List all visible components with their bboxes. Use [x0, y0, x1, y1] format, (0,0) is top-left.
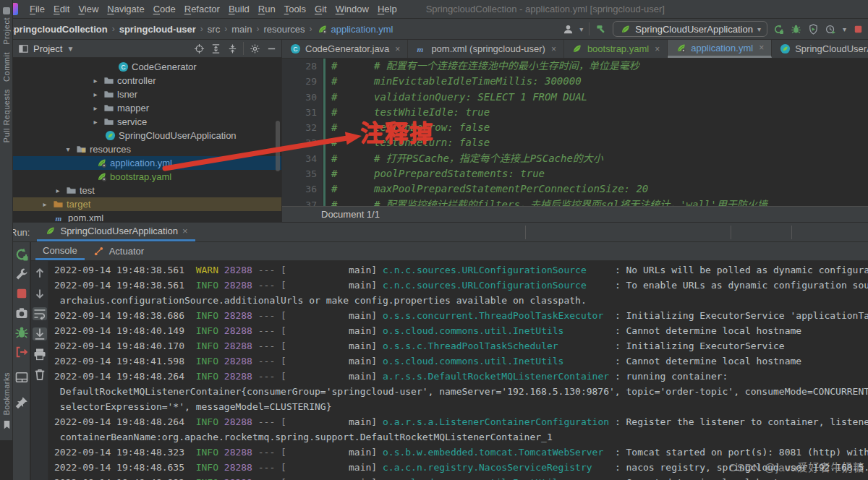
scroll-end-button[interactable]: [33, 327, 47, 340]
print-button[interactable]: [33, 348, 47, 361]
breadcrumb-springcloudcollection[interactable]: SpringcloudCollection: [7, 24, 108, 35]
tree-item-resources[interactable]: ▾resources: [13, 142, 281, 156]
log-separator: --- [: [252, 340, 286, 351]
folder-resources-icon: [75, 144, 87, 155]
log-logger: o.s.s.concurrent.ThreadPoolTaskExecutor: [383, 310, 615, 321]
menu-view[interactable]: View: [74, 4, 103, 14]
tree-item-target[interactable]: ▸target: [13, 197, 281, 211]
editor[interactable]: 28# # 配置有一个连接在连接池中的最小生存时间，单位是毫秒29# minEv…: [282, 59, 868, 206]
tree-item-service[interactable]: ▸service: [13, 115, 281, 129]
clear-button[interactable]: [33, 368, 47, 381]
panel-separator[interactable]: [731, 226, 731, 239]
up-button[interactable]: [33, 267, 47, 280]
run-icon[interactable]: [773, 23, 785, 35]
run-configuration-select[interactable]: SpringCloudUserApplication▾: [613, 21, 767, 37]
stop-button[interactable]: [14, 287, 29, 300]
tree-item-codegenerator[interactable]: CCodeGenerator: [13, 60, 281, 74]
menu-file[interactable]: File: [25, 4, 49, 14]
collapse-all-icon[interactable]: [226, 43, 238, 54]
tree-item-springclouduserapplication[interactable]: SpringCloudUserApplication: [13, 129, 281, 142]
close-icon[interactable]: ×: [182, 226, 188, 236]
tree-item-application-yml[interactable]: application.yml: [13, 156, 281, 170]
log-time: 2022-09-14 19:48:38.686: [54, 310, 196, 321]
run-session-tab[interactable]: SpringCloudUserApplication ×: [37, 223, 195, 241]
log-message: : Cannot determine local hostname: [615, 477, 801, 480]
line-number: 28: [282, 59, 317, 74]
scrollbar-thumb[interactable]: [276, 121, 280, 171]
panel-separator[interactable]: [791, 226, 792, 239]
tab-codegenerator-java[interactable]: CCodeGenerator.java×: [282, 40, 408, 58]
tree-item-label: CodeGenerator: [132, 61, 197, 72]
code-text: # testOnBorrow: false: [331, 120, 490, 135]
tree-item-pom-xml[interactable]: mpom.xml: [13, 211, 281, 222]
tool-strip-bookmarks[interactable]: Bookmarks: [0, 372, 13, 430]
rerun-button[interactable]: [14, 248, 29, 261]
tab-pom-xml-springcloud-user-[interactable]: mpom.xml (springcloud-user)×: [408, 40, 564, 58]
close-icon[interactable]: ×: [655, 44, 660, 54]
spring-leaf-icon: [44, 226, 56, 237]
tab-console[interactable]: Console: [35, 242, 85, 260]
tab-springclouduserapplicatio[interactable]: SpringCloudUserApplicatio: [772, 40, 868, 58]
breadcrumb-src[interactable]: src: [208, 24, 220, 35]
toolbar-separator: [589, 22, 590, 35]
thread-dump-button[interactable]: [14, 307, 29, 320]
breadcrumb-application-yml[interactable]: application.yml: [316, 23, 393, 35]
tree-item-test[interactable]: ▸test: [13, 184, 281, 197]
tab-application-yml[interactable]: application.yml×: [668, 40, 772, 58]
project-panel-title[interactable]: Project: [33, 43, 62, 54]
code-line: 33# testOnReturn: false: [282, 135, 868, 150]
console-line: 2022-09-14 19:48:38.686 INFO 28288 --- […: [54, 308, 868, 323]
log-message: : Cannot determine local hostname: [615, 325, 801, 336]
tree-item-lsner[interactable]: ▸lsner: [13, 87, 281, 101]
gear-icon[interactable]: [249, 43, 260, 54]
menu-tools[interactable]: Tools: [280, 4, 310, 14]
stop-icon[interactable]: [852, 23, 864, 35]
user-icon[interactable]: [562, 23, 574, 35]
chevron-down-icon[interactable]: ▼: [67, 45, 74, 53]
exit-button[interactable]: [14, 346, 29, 359]
tree-item-mapper[interactable]: ▸mapper: [13, 101, 281, 115]
close-icon[interactable]: ×: [395, 44, 400, 54]
spring-yml-icon: [316, 23, 328, 35]
settings-button[interactable]: [14, 267, 29, 280]
close-icon[interactable]: ×: [759, 43, 764, 53]
tool-strip-commit[interactable]: Commit: [0, 52, 12, 82]
debug-icon[interactable]: [791, 23, 802, 35]
locate-icon[interactable]: [193, 43, 205, 54]
code-text: # poolPreparedStatements: true: [331, 166, 545, 181]
tree-item-label: application.yml: [110, 158, 172, 168]
menu-run[interactable]: Run: [254, 4, 280, 14]
expand-arrow-icon: ▸: [91, 77, 100, 85]
breadcrumb-resources[interactable]: resources: [263, 24, 305, 35]
menu-help[interactable]: Help: [373, 4, 401, 14]
menu-navigate[interactable]: Navigate: [103, 4, 148, 14]
breadcrumb-springcloud-user[interactable]: springcloud-user: [119, 24, 196, 35]
layout-button[interactable]: [14, 371, 29, 384]
tree-item-controller[interactable]: ▸controller: [13, 74, 281, 87]
hide-icon[interactable]: [265, 43, 277, 54]
tool-strip-pull-requests[interactable]: Pull Requests: [0, 89, 12, 142]
menu-refactor[interactable]: Refactor: [180, 4, 224, 14]
menu-git[interactable]: Git: [310, 4, 331, 14]
menu-edit[interactable]: Edit: [49, 4, 74, 14]
pin-button[interactable]: [14, 396, 29, 409]
leaf-icon: [619, 23, 631, 35]
tool-strip-project[interactable]: Project: [0, 7, 12, 45]
breadcrumb-main[interactable]: main: [231, 24, 252, 35]
down-button[interactable]: [33, 287, 47, 300]
soft-wrap-button[interactable]: [33, 307, 47, 320]
build-icon[interactable]: [595, 23, 607, 35]
tab-actuator[interactable]: Actuator: [86, 242, 151, 260]
tree-item-bootstrap-yaml[interactable]: bootstrap.yaml: [13, 170, 281, 184]
menu-build[interactable]: Build: [224, 4, 254, 14]
code-line: 32# testOnBorrow: false: [282, 120, 868, 135]
menu-code[interactable]: Code: [149, 4, 180, 14]
panel-separator[interactable]: [525, 226, 526, 239]
coverage-icon[interactable]: [808, 23, 820, 35]
expand-all-icon[interactable]: [210, 43, 221, 54]
close-icon[interactable]: ×: [551, 44, 556, 54]
debug-attach-button[interactable]: [14, 326, 29, 339]
profiler-icon[interactable]: [825, 23, 837, 35]
menu-window[interactable]: Window: [331, 4, 373, 14]
tab-bootstrap-yaml[interactable]: bootstrap.yaml×: [564, 40, 668, 58]
